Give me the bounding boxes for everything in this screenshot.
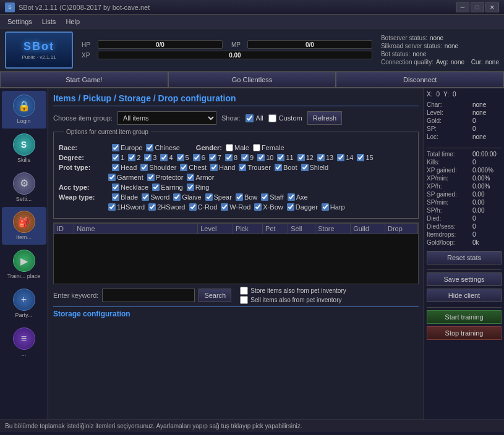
race-chinese-checkbox[interactable] [146,144,153,151]
prot-trouser-checkbox[interactable] [239,164,246,171]
menu-settings[interactable]: Settings [2,17,37,27]
x-label: X: [427,91,432,98]
prot-type-label: Prot type: [59,164,108,171]
minimize-button[interactable]: ─ [456,2,469,12]
sidebar-label-login: Login [17,118,30,125]
menu-lists[interactable]: Lists [37,17,61,27]
weap-sword-checkbox[interactable] [142,193,149,201]
weap-spear-checkbox[interactable] [205,193,213,201]
sidebar-item-training[interactable]: ▶ Traini... place [2,246,46,284]
degree-11-checkbox[interactable] [277,154,284,161]
degree-13-checkbox[interactable] [317,154,325,161]
acc-earring-checkbox[interactable] [152,184,160,191]
weap-crod-checkbox[interactable] [189,203,197,211]
divider-2 [427,269,502,270]
degree-14-checkbox[interactable] [337,154,344,161]
col-id: ID [54,224,74,234]
menu-help[interactable]: Help [61,17,85,27]
race-europe: Europe [112,144,142,151]
item-group-select[interactable]: All items Weapons Armor Accessories Othe… [117,111,216,125]
prot-boot-checkbox[interactable] [275,164,282,171]
search-button[interactable]: Search [199,289,231,302]
degree-2-checkbox[interactable] [128,154,135,161]
degree-9-checkbox[interactable] [241,154,249,161]
store-pet-checkbox[interactable] [240,287,248,295]
gender-female-label[interactable]: Female [262,144,284,151]
degree-8-checkbox[interactable] [225,154,233,161]
prot-shield-checkbox[interactable] [301,164,309,171]
weap-1hsword-checkbox[interactable] [108,203,116,211]
degree-6-checkbox[interactable] [193,154,200,161]
stop-training-button[interactable]: Stop training [427,326,502,340]
degree-1-checkbox[interactable] [112,154,119,161]
go-clientless-button[interactable]: Go Clientless [168,72,336,88]
gender-female-checkbox[interactable] [253,144,260,151]
prot-armor-checkbox[interactable] [187,174,194,181]
sell-pet-label[interactable]: Sell items also from pet inventory [250,297,341,303]
keyword-input[interactable] [102,289,195,302]
close-button[interactable]: ✕ [485,2,499,12]
disconnect-button[interactable]: Disconnect [336,72,504,88]
xp-bar: 0.00 [98,51,372,59]
weap-xbow-checkbox[interactable] [254,203,262,211]
degree-12-checkbox[interactable] [297,154,305,161]
prot-hand-checkbox[interactable] [210,164,218,171]
race-chinese-label[interactable]: Chinese [155,144,179,151]
sidebar-label-settings: Setti... [16,196,32,203]
weap-staff-checkbox[interactable] [261,193,268,201]
prot-head-checkbox[interactable] [112,164,119,171]
race-europe-label[interactable]: Europe [121,144,142,151]
sidebar-item-login[interactable]: 🔒 Login [2,91,46,129]
race-europe-checkbox[interactable] [112,144,119,151]
gender-male-label[interactable]: Male [234,144,249,151]
degree-5-checkbox[interactable] [177,154,184,161]
show-custom-label[interactable]: Custom [279,114,302,122]
cur-label: Cur: [471,59,483,65]
weap-blade-checkbox[interactable] [112,193,119,201]
gender-male-checkbox[interactable] [226,144,233,151]
refresh-button[interactable]: Refresh [307,111,343,125]
acc-necklace-checkbox[interactable] [112,184,119,191]
maximize-button[interactable]: □ [471,2,484,12]
degree-10-checkbox[interactable] [257,154,265,161]
start-training-button[interactable]: Start training [427,310,502,324]
degree-4-checkbox[interactable] [160,154,168,161]
reset-stats-button[interactable]: Reset stats [427,251,502,264]
show-all-group: All [246,114,263,122]
degree-7-checkbox[interactable] [209,154,216,161]
show-all-label[interactable]: All [256,114,263,122]
logo-sub: Public - v2.1.11 [22,54,56,60]
weap-2hsword-checkbox[interactable] [148,203,156,211]
hide-client-button[interactable]: Hide client [427,289,502,302]
sidebar-item-items[interactable]: 🎒 Item... [2,207,46,245]
sell-pet-checkbox[interactable] [240,296,248,304]
prot-protector-checkbox[interactable] [147,174,155,181]
weap-harp-checkbox[interactable] [322,203,329,211]
weap-axe-checkbox[interactable] [288,193,295,201]
keyword-label: Enter keyword: [53,292,98,299]
save-settings-button[interactable]: Save settings [427,272,502,286]
sidebar-item-party[interactable]: + Party... [2,285,46,323]
loc-label: Loc: [427,133,470,140]
bot-status-label: Bot status: [381,51,410,57]
weap-wrod-checkbox[interactable] [221,203,228,211]
pet-options: Store items also from pet inventory Sell… [240,287,346,304]
weap-bow-checkbox[interactable] [236,193,243,201]
start-game-button[interactable]: Start Game! [0,72,168,88]
show-all-checkbox[interactable] [246,114,254,122]
sidebar-item-skills[interactable]: S Skills [2,130,46,167]
sidebar-item-more[interactable]: ≡ ... [2,324,46,361]
race-row: Race: Europe Chinese Gender: Male [59,144,413,151]
store-pet-label[interactable]: Store items also from pet inventory [250,287,346,294]
prot-chest-checkbox[interactable] [180,164,187,171]
acc-ring-checkbox[interactable] [187,184,194,191]
degree-15-checkbox[interactable] [357,154,364,161]
prot-shoulder-checkbox[interactable] [140,164,148,171]
degree-3-checkbox[interactable] [144,154,152,161]
show-custom-checkbox[interactable] [268,114,276,122]
prot-garment-checkbox[interactable] [108,174,116,181]
weap-dagger-checkbox[interactable] [287,203,294,211]
lock-icon: 🔒 [13,95,35,117]
sidebar-item-settings[interactable]: ⚙ Setti... [2,169,46,206]
weap-glaive-checkbox[interactable] [173,193,181,201]
